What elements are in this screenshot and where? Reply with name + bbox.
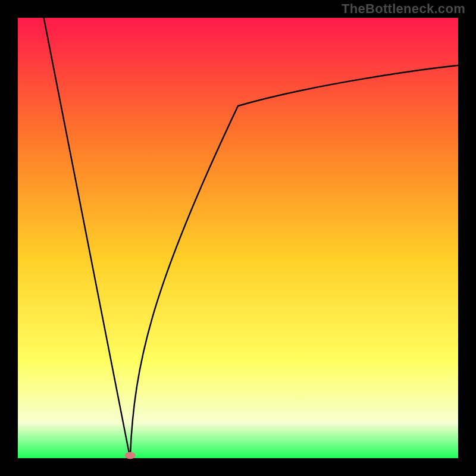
chart-container: { "watermark": "TheBottleneck.com", "cha…	[0, 0, 476, 476]
bottleneck-curve-chart	[0, 0, 476, 476]
watermark-text: TheBottleneck.com	[342, 1, 465, 17]
plot-background	[18, 18, 458, 458]
minimum-marker	[125, 452, 136, 459]
